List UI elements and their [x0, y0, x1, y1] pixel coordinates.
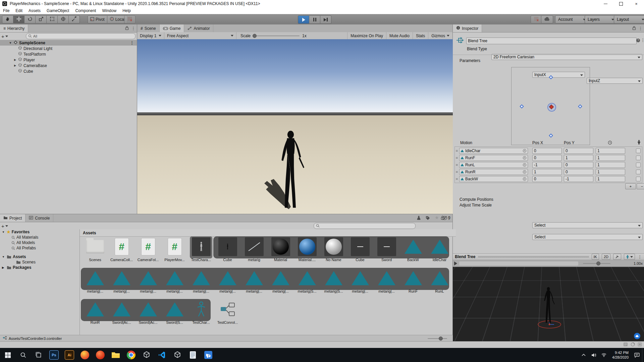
show-desktop-button[interactable] — [642, 348, 644, 362]
favorite-search-icon[interactable]: ★ — [435, 215, 439, 220]
asset-item[interactable] — [82, 268, 108, 288]
cloud-button[interactable] — [541, 15, 553, 23]
transform-tool-button[interactable] — [58, 15, 69, 23]
hierarchy-scene-row[interactable]: ▼ SampleScene ⋮ — [0, 40, 137, 46]
taskbar-app-notepad[interactable] — [185, 348, 201, 362]
search-by-label-icon[interactable] — [425, 216, 430, 222]
kebab-menu-icon[interactable]: ⋮ — [130, 40, 134, 45]
close-button[interactable]: × — [629, 0, 644, 7]
asset-item[interactable] — [294, 268, 320, 288]
preview-scrub-bar[interactable] — [459, 261, 578, 265]
motion-point-runl[interactable] — [520, 104, 524, 109]
tab-animator[interactable]: Animator — [184, 24, 213, 32]
blend-space-diagram[interactable] — [511, 67, 590, 145]
mirror-checkbox[interactable] — [636, 148, 641, 153]
taskbar-app-unity-editor[interactable] — [170, 348, 185, 362]
add-motion-button[interactable]: + — [625, 183, 636, 189]
tree-favorites[interactable]: ▼★Favorites — [0, 229, 79, 235]
project-search-input[interactable] — [314, 223, 416, 229]
asset-item[interactable] — [347, 268, 373, 288]
adjust-time-scale-dropdown[interactable]: Select — [532, 234, 643, 240]
menu-window[interactable]: Window — [99, 8, 119, 13]
asset-item[interactable] — [108, 268, 135, 288]
scale-tool-button[interactable] — [36, 15, 47, 23]
row-drag-handle[interactable]: = — [454, 163, 459, 167]
move-tool-button[interactable] — [13, 15, 24, 23]
tab-hierarchy[interactable]: ≡ Hierarchy — [0, 24, 28, 32]
asset-item[interactable]: # — [108, 237, 135, 256]
blendtree-name-field[interactable] — [466, 38, 637, 44]
rect-tool-button[interactable] — [47, 15, 58, 23]
tree-assets[interactable]: ▼Assets — [0, 254, 79, 259]
display-dropdown[interactable]: Display 1 — [137, 32, 164, 39]
pos-x-field[interactable]: 1 — [532, 169, 562, 175]
asset-item[interactable] — [373, 237, 400, 256]
maximize-on-play-button[interactable]: Maximize On Play — [347, 32, 386, 39]
row-drag-handle[interactable]: = — [454, 149, 459, 153]
menu-edit[interactable]: Edit — [12, 8, 25, 13]
hierarchy-item-cube[interactable]: Cube — [0, 68, 137, 74]
custom-tool-button[interactable] — [69, 15, 80, 23]
object-picker-icon[interactable] — [523, 177, 527, 181]
object-picker-icon[interactable] — [523, 149, 527, 153]
taskbar-app-browser[interactable] — [93, 348, 108, 362]
lock-icon[interactable] — [125, 26, 129, 31]
game-viewport[interactable] — [137, 39, 453, 214]
pos-y-field[interactable]: 0 — [564, 148, 593, 154]
taskbar-app-firefox[interactable] — [77, 348, 93, 362]
motion-point-runr[interactable] — [578, 104, 582, 109]
cache-icon[interactable] — [638, 342, 642, 348]
search-by-type-icon[interactable] — [416, 215, 421, 221]
mirror-checkbox[interactable] — [636, 170, 641, 174]
speed-field[interactable]: 1 — [596, 155, 625, 161]
taskbar-app-unity-hub[interactable] — [139, 348, 154, 362]
taskbar-app-illustrator[interactable]: Ai — [62, 348, 77, 362]
asset-item[interactable] — [373, 268, 400, 288]
asset-item[interactable] — [320, 268, 347, 288]
compute-positions-dropdown[interactable]: Select — [532, 222, 643, 228]
pivot-toggle-button[interactable]: Pivot — [88, 15, 107, 23]
layout-dropdown[interactable]: Layout — [614, 15, 644, 23]
asset-item[interactable] — [267, 268, 294, 288]
foldout-closed-icon[interactable]: ▶ — [2, 266, 5, 269]
kebab-menu-icon[interactable]: ⋮ — [641, 38, 644, 43]
object-picker-icon[interactable] — [523, 163, 527, 167]
taskbar-clock[interactable]: 9:42 PM 4/28/2020 — [609, 350, 632, 360]
asset-item[interactable] — [135, 268, 161, 288]
tray-chevron-up-icon[interactable] — [579, 348, 589, 362]
drag-handle[interactable] — [478, 256, 589, 258]
layers-dropdown[interactable]: Layers — [585, 15, 617, 23]
ik-toggle-button[interactable]: IK — [592, 254, 599, 260]
motion-field[interactable]: RunR — [459, 169, 528, 175]
pos-y-field[interactable]: 1 — [564, 155, 593, 161]
hand-tool-button[interactable] — [2, 15, 13, 23]
aspect-dropdown[interactable]: Free Aspect — [164, 32, 236, 39]
scale-slider-handle[interactable] — [253, 34, 257, 38]
menu-help[interactable]: Help — [119, 8, 134, 13]
mirror-checkbox[interactable] — [636, 177, 641, 181]
kebab-menu-icon[interactable]: ⋮ — [638, 26, 643, 31]
foldout-closed-icon[interactable]: ▶ — [13, 58, 17, 61]
asset-item[interactable] — [267, 237, 294, 256]
taskbar-app-media-app[interactable] — [201, 348, 216, 362]
tree-packages[interactable]: ▶Packages — [0, 265, 79, 270]
kebab-menu-icon[interactable]: ⋮ — [638, 254, 642, 259]
foldout-open-icon[interactable]: ▼ — [9, 41, 12, 45]
asset-item[interactable] — [108, 300, 135, 319]
tab-scene[interactable]: #Scene — [137, 24, 160, 32]
step-button[interactable] — [320, 15, 331, 24]
motion-point-runf[interactable] — [549, 75, 553, 79]
asset-item[interactable]: # — [135, 237, 161, 256]
play-button[interactable] — [298, 15, 309, 24]
kebab-menu-icon[interactable]: ⋮ — [131, 26, 136, 31]
preview-header[interactable]: Blend Tree IK 2D ⋮ — [453, 253, 644, 260]
motion-field[interactable]: BackW — [459, 176, 528, 182]
stats-button[interactable]: Stats — [413, 32, 428, 39]
pivot-axis-button[interactable] — [613, 254, 621, 260]
hierarchy-item-directional-light[interactable]: Directional Light — [0, 46, 137, 51]
task-view-button[interactable] — [31, 348, 46, 362]
tab-project[interactable]: Project — [0, 214, 25, 222]
start-button[interactable] — [0, 348, 15, 362]
speed-field[interactable]: 1 — [596, 169, 625, 175]
asset-item[interactable] — [82, 237, 108, 256]
